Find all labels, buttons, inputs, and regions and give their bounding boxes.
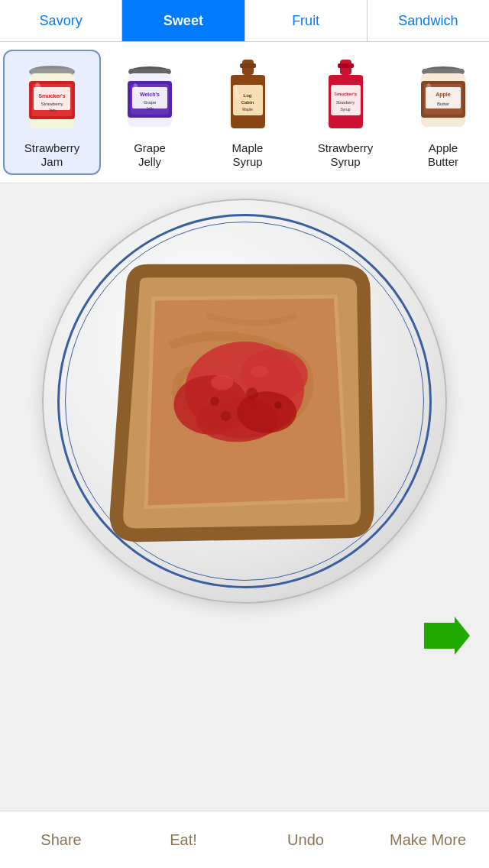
share-button[interactable]: Share bbox=[0, 811, 122, 868]
strawberry-syrup-label: StrawberrySyrup bbox=[318, 141, 374, 169]
strawberry-jam-label: StrawberryJam bbox=[24, 141, 80, 169]
svg-point-50 bbox=[210, 397, 219, 406]
svg-text:Cabin: Cabin bbox=[241, 100, 254, 105]
svg-text:Butter: Butter bbox=[437, 102, 449, 106]
ingredient-grape-jelly[interactable]: Welch's Grape Jelly GrapeJelly bbox=[101, 51, 199, 173]
svg-text:Grape: Grape bbox=[144, 100, 157, 105]
svg-marker-54 bbox=[424, 617, 470, 655]
svg-text:Log: Log bbox=[243, 93, 251, 98]
next-arrow-button[interactable] bbox=[420, 615, 474, 657]
svg-text:Welch's: Welch's bbox=[140, 92, 160, 97]
make-more-button[interactable]: Make More bbox=[367, 811, 489, 868]
strawberry-jam-icon: Smucker's Strawberry Jam bbox=[18, 56, 86, 140]
grape-jelly-label: GrapeJelly bbox=[134, 141, 166, 169]
svg-text:Smucker's: Smucker's bbox=[38, 93, 65, 99]
maple-syrup-label: MapleSyrup bbox=[232, 141, 264, 169]
ingredient-strawberry-jam[interactable]: Smucker's Strawberry Jam StrawberryJam bbox=[3, 50, 101, 175]
plate-container bbox=[42, 199, 447, 604]
toast-image bbox=[96, 256, 393, 546]
ingredient-bar: Smucker's Strawberry Jam StrawberryJam W… bbox=[0, 42, 489, 183]
action-bar: Share Eat! Undo Make More bbox=[0, 811, 489, 868]
svg-rect-28 bbox=[338, 63, 354, 68]
strawberry-syrup-icon: Smucker's Strawberry Syrup bbox=[311, 56, 380, 140]
svg-point-51 bbox=[246, 387, 258, 400]
svg-text:Strawberry: Strawberry bbox=[40, 102, 63, 106]
svg-text:Syrup: Syrup bbox=[340, 107, 350, 112]
svg-text:Apple: Apple bbox=[436, 92, 451, 98]
undo-button[interactable]: Undo bbox=[244, 811, 367, 868]
svg-text:Jelly: Jelly bbox=[146, 106, 154, 111]
svg-text:Jam: Jam bbox=[48, 108, 55, 112]
plate bbox=[42, 199, 447, 604]
svg-point-47 bbox=[237, 391, 296, 433]
svg-text:Smucker's: Smucker's bbox=[333, 92, 357, 96]
ingredient-apple-butter[interactable]: Apple Butter AppleButter bbox=[394, 51, 489, 173]
svg-rect-11 bbox=[129, 69, 170, 74]
svg-text:Strawberry: Strawberry bbox=[335, 100, 355, 105]
apple-butter-label: AppleButter bbox=[428, 141, 458, 169]
apple-butter-icon: Apple Butter bbox=[409, 56, 478, 140]
tab-sweet[interactable]: Sweet bbox=[122, 0, 244, 41]
svg-point-52 bbox=[274, 401, 282, 409]
svg-point-48 bbox=[211, 375, 233, 390]
svg-rect-35 bbox=[423, 69, 464, 74]
eat-button[interactable]: Eat! bbox=[122, 811, 244, 868]
tab-bar: Savory Sweet Fruit Sandwich bbox=[0, 0, 489, 42]
tab-sandwich[interactable]: Sandwich bbox=[368, 0, 489, 41]
svg-rect-21 bbox=[240, 63, 256, 68]
tab-savory[interactable]: Savory bbox=[0, 0, 122, 41]
main-area bbox=[0, 183, 489, 688]
grape-jelly-icon: Welch's Grape Jelly bbox=[115, 56, 184, 140]
tab-fruit[interactable]: Fruit bbox=[245, 0, 368, 41]
maple-syrup-icon: Log Cabin Maple bbox=[213, 56, 282, 140]
ingredient-maple-syrup[interactable]: Log Cabin Maple MapleSyrup bbox=[199, 51, 296, 173]
svg-point-49 bbox=[251, 365, 268, 377]
svg-text:Maple: Maple bbox=[242, 107, 253, 112]
svg-point-53 bbox=[221, 411, 232, 422]
ingredient-strawberry-syrup[interactable]: Smucker's Strawberry Syrup StrawberrySyr… bbox=[296, 51, 394, 173]
